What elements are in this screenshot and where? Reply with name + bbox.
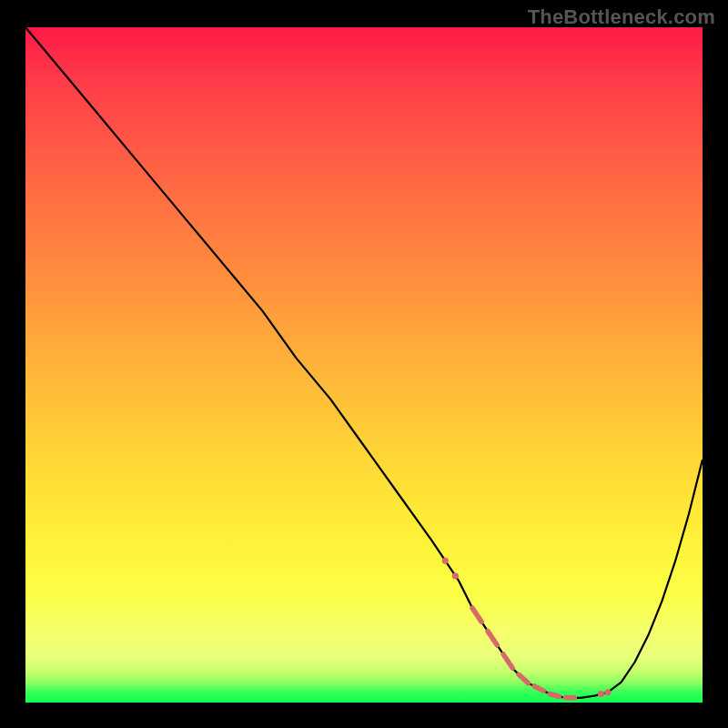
highlight-dot xyxy=(605,690,611,695)
highlight-dash xyxy=(550,694,559,697)
highlight-dash xyxy=(503,654,512,668)
highlight-dot xyxy=(598,692,603,697)
highlight-dash xyxy=(488,632,497,645)
plot-svg xyxy=(25,27,703,703)
highlight-dash xyxy=(472,608,481,622)
plot-area xyxy=(25,27,703,703)
highlight-dash xyxy=(519,674,528,682)
attribution-text: TheBottleneck.com xyxy=(528,5,715,29)
highlight-dot xyxy=(442,558,448,563)
bottleneck-curve xyxy=(25,27,703,698)
chart-frame: TheBottleneck.com xyxy=(0,0,728,728)
highlight-dash xyxy=(534,686,543,691)
highlight-dot xyxy=(452,573,458,579)
highlight-markers xyxy=(442,558,611,698)
